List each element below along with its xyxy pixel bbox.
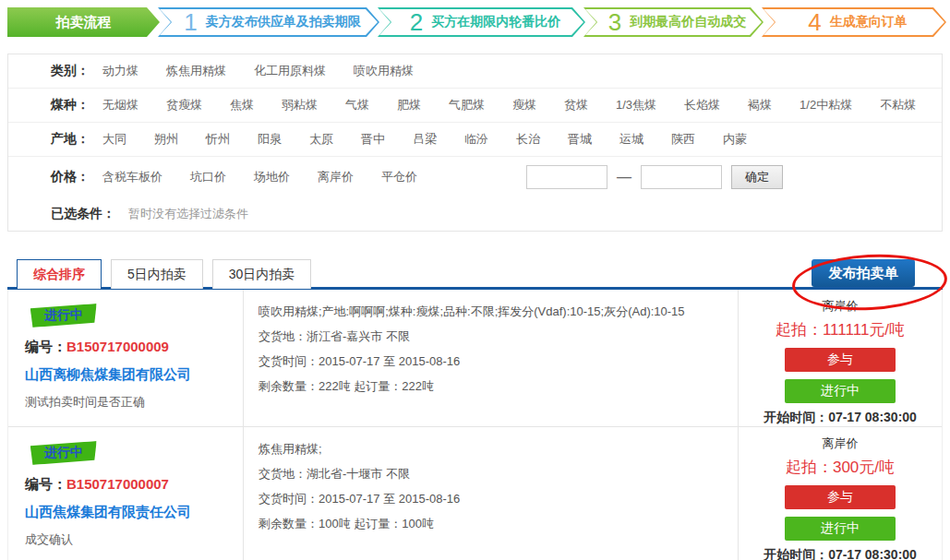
filter-option[interactable]: 场地价	[254, 169, 290, 185]
listing-detail-line: 剩余数量：100吨 起订量：100吨	[259, 515, 723, 533]
listing-id-value: B150717000009	[66, 339, 169, 354]
start-price: 起拍：300元/吨	[748, 457, 932, 478]
filter-option[interactable]: 朔州	[154, 131, 178, 148]
process-step-auction-flow: 拍卖流程	[7, 7, 160, 37]
filter-option[interactable]: 平仓价	[381, 169, 417, 185]
filter-option[interactable]: 喷吹用精煤	[354, 63, 414, 79]
listing-detail-line: 交货时间：2015-07-17 至 2015-08-16	[259, 490, 723, 508]
filter-option[interactable]: 晋中	[361, 131, 385, 148]
filter-option[interactable]: 晋城	[568, 131, 592, 148]
start-price-label: 起拍：	[776, 321, 823, 339]
filter-option[interactable]: 气肥煤	[449, 97, 485, 113]
listing-row: 进行中编号：B150717000009山西离柳焦煤集团有限公司测试拍卖时间是否正…	[8, 290, 942, 427]
filter-rows: 类别：动力煤炼焦用精煤化工用原料煤喷吹用精煤煤种：无烟煤贫瘦煤焦煤弱粘煤气煤肥煤…	[8, 54, 942, 197]
selected-conditions-row: 已选条件： 暂时没有选择过滤条件	[8, 197, 942, 231]
filter-panel: 类别：动力煤炼焦用精煤化工用原料煤喷吹用精煤煤种：无烟煤贫瘦煤焦煤弱粘煤气煤肥煤…	[7, 54, 943, 232]
listing-detail-line: 交货地：浙江省-嘉兴市 不限	[259, 328, 723, 346]
filter-option[interactable]: 运城	[619, 131, 643, 148]
filter-option[interactable]: 贫瘦煤	[166, 97, 202, 113]
filter-option[interactable]: 气煤	[345, 97, 369, 113]
filter-option[interactable]: 肥煤	[397, 97, 421, 113]
in-progress-button[interactable]: 进行中	[785, 379, 896, 403]
filter-option[interactable]: 不粘煤	[880, 97, 916, 113]
filter-option[interactable]: 坑口价	[190, 169, 226, 185]
filter-option[interactable]: 太原	[309, 131, 333, 148]
start-time-value: 07-17 08:30:00	[828, 410, 917, 424]
filter-row-label: 煤种：	[51, 97, 90, 113]
filter-option[interactable]: 化工用原料煤	[254, 63, 326, 79]
process-step-label: 生成意向订单	[830, 14, 908, 30]
filter-option[interactable]: 炼焦用精煤	[166, 63, 226, 79]
filter-options: 无烟煤贫瘦煤焦煤弱粘煤气煤肥煤气肥煤瘦煤贫煤1/3焦煤长焰煤褐煤1/2中粘煤不粘…	[102, 97, 916, 113]
filter-option[interactable]: 瘦煤	[512, 97, 536, 113]
filter-option[interactable]: 离岸价	[318, 169, 354, 185]
listing-info-cell: 进行中编号：B150717000009山西离柳焦煤集团有限公司测试拍卖时间是否正…	[8, 290, 244, 426]
listing-row: 进行中编号：B150717000007山西焦煤集团有限责任公司成交确认炼焦用精煤…	[8, 427, 942, 560]
price-type-label: 离岸价	[748, 435, 932, 452]
status-badge: 进行中	[30, 441, 98, 465]
filter-option[interactable]: 褐煤	[748, 97, 772, 113]
filter-row: 产地：大同朔州忻州阳泉太原晋中吕梁临汾长治晋城运城陕西内蒙	[8, 123, 942, 157]
join-button[interactable]: 参与	[785, 485, 896, 509]
listing-id-label: 编号：	[25, 476, 66, 492]
company-link[interactable]: 山西焦煤集团有限责任公司	[25, 504, 230, 521]
price-confirm-button[interactable]: 确定	[731, 165, 783, 189]
company-link[interactable]: 山西离柳焦煤集团有限公司	[25, 366, 230, 384]
in-progress-button[interactable]: 进行中	[785, 517, 896, 541]
filter-option[interactable]: 内蒙	[723, 131, 747, 148]
filter-option[interactable]: 1/3焦煤	[616, 97, 656, 113]
process-step-auction-flow-label: 拍卖流程	[56, 14, 112, 31]
filter-option[interactable]: 长焰煤	[684, 97, 720, 113]
filter-row: 类别：动力煤炼焦用精煤化工用原料煤喷吹用精煤	[8, 54, 942, 89]
listing-detail-cell: 喷吹用精煤;产地:啊啊啊;煤种:瘦煤;品种:不限;挥发分(Vdaf):10-15…	[244, 290, 739, 426]
start-time-label: 开始时间：	[764, 410, 828, 424]
start-price-value: 111111元/吨	[823, 321, 905, 339]
filter-option[interactable]: 忻州	[206, 131, 230, 148]
start-time-line: 开始时间：07-17 08:30:00	[748, 410, 932, 426]
filter-option[interactable]: 吕梁	[413, 131, 437, 148]
filter-option[interactable]: 含税车板价	[102, 169, 162, 185]
tab-auction-5-days[interactable]: 5日内拍卖	[111, 259, 203, 289]
filter-option[interactable]: 陕西	[671, 131, 695, 148]
price-type-label: 离岸价	[748, 298, 932, 315]
process-step-label: 卖方发布供应单及拍卖期限	[206, 14, 361, 30]
process-step-4: 4生成意向订单	[762, 7, 946, 37]
filter-option[interactable]: 无烟煤	[102, 97, 138, 113]
join-button[interactable]: 参与	[785, 348, 896, 372]
filter-option[interactable]: 弱粘煤	[282, 97, 318, 113]
filter-option[interactable]: 1/2中粘煤	[800, 97, 852, 113]
listing-id-line: 编号：B150717000007	[25, 476, 230, 494]
process-step-label: 到期最高价自动成交	[630, 14, 746, 30]
listing-detail-line: 剩余数量：222吨 起订量：222吨	[259, 377, 723, 396]
publish-auction-button[interactable]: 发布拍卖单	[812, 259, 915, 287]
selected-conditions-value: 暂时没有选择过滤条件	[128, 206, 248, 222]
listing-action-cell: 离岸价起拍：111111元/吨参与进行中开始时间：07-17 08:30:00	[739, 290, 942, 426]
filter-option[interactable]: 大同	[102, 131, 126, 148]
tab-bar: 综合排序5日内拍卖30日内拍卖发布拍卖单	[7, 259, 943, 290]
listing-id-label: 编号：	[25, 339, 66, 354]
filter-option[interactable]: 贫煤	[564, 97, 588, 113]
tab-sort-overall[interactable]: 综合排序	[17, 259, 102, 289]
filter-option[interactable]: 阳泉	[258, 131, 282, 148]
filter-option[interactable]: 长治	[516, 131, 540, 148]
process-step-number: 4	[808, 10, 821, 34]
auction-list-page: 拍卖流程 1卖方发布供应单及拍卖期限2买方在期限内轮番比价3到期最高价自动成交4…	[0, 7, 950, 560]
filter-option[interactable]: 动力煤	[102, 63, 138, 79]
price-min-input[interactable]	[526, 165, 607, 189]
selected-conditions-label: 已选条件：	[51, 206, 115, 222]
filter-option[interactable]: 焦煤	[230, 97, 254, 113]
listing-info-cell: 进行中编号：B150717000007山西焦煤集团有限责任公司成交确认	[8, 427, 244, 560]
start-time-line: 开始时间：07-17 08:30:00	[748, 547, 932, 560]
listing-detail-cell: 炼焦用精煤;交货地：湖北省-十堰市 不限交货时间：2015-07-17 至 20…	[244, 427, 739, 560]
price-max-input[interactable]	[641, 165, 722, 189]
process-step-label: 买方在期限内轮番比价	[431, 14, 560, 30]
tab-auction-30-days[interactable]: 30日内拍卖	[212, 259, 312, 289]
process-bar: 拍卖流程 1卖方发布供应单及拍卖期限2买方在期限内轮番比价3到期最高价自动成交4…	[7, 7, 943, 37]
range-separator: —	[617, 169, 631, 185]
price-range-group: —确定	[526, 165, 783, 189]
filter-option[interactable]: 临汾	[464, 131, 488, 148]
listing-detail-line: 喷吹用精煤;产地:啊啊啊;煤种:瘦煤;品种:不限;挥发分(Vdaf):10-15…	[259, 303, 723, 321]
filter-row: 煤种：无烟煤贫瘦煤焦煤弱粘煤气煤肥煤气肥煤瘦煤贫煤1/3焦煤长焰煤褐煤1/2中粘…	[8, 89, 942, 123]
listing-detail-line: 交货地：湖北省-十堰市 不限	[259, 465, 723, 483]
start-price-label: 起拍：	[786, 459, 833, 476]
